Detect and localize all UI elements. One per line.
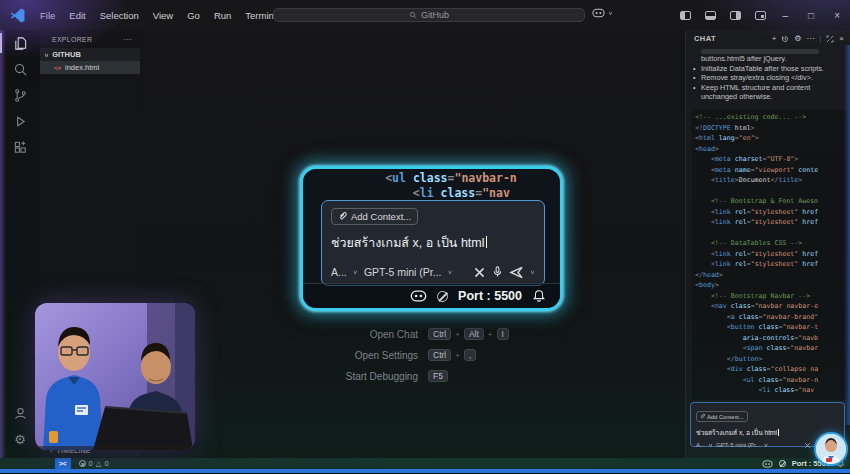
text-caret — [778, 429, 779, 436]
settings-gear-icon[interactable]: ⚙ — [0, 426, 40, 452]
tools-icon[interactable] — [473, 266, 486, 279]
code-line: <link rel="stylesheet" href — [695, 259, 848, 270]
search-label: GitHub — [421, 10, 449, 20]
code-line: <ul class="navbar-n — [695, 375, 848, 386]
model-picker[interactable]: GPT-5 mini (Pr... — [364, 266, 442, 278]
problems-indicator[interactable]: 0 △ 0 — [79, 459, 109, 468]
toggle-secondary-sidebar-icon[interactable] — [730, 11, 741, 20]
code-line: <button class="navbar-t — [695, 322, 848, 333]
menu-selection[interactable]: Selection — [93, 10, 146, 21]
minimize-button[interactable]: – — [773, 10, 799, 21]
magnified-code: <ul class="navbar-n <li class="nav — [309, 171, 556, 203]
run-debug-icon[interactable] — [0, 108, 40, 134]
notifications-bell-icon — [532, 289, 546, 303]
search-sidebar-icon[interactable] — [0, 56, 40, 82]
more-actions-icon[interactable]: ⋯ — [807, 34, 815, 43]
warning-count: 0 — [105, 459, 109, 468]
chat-message-input[interactable]: ช่วยสร้างเกมส์ x, อ เป็น html — [331, 233, 535, 253]
remote-indicator[interactable]: >< — [55, 458, 71, 469]
plus-separator: + — [455, 330, 460, 339]
chevron-down-icon: ∨ — [708, 442, 713, 448]
code-line: <link rel="stylesheet" href — [695, 249, 848, 260]
code-line: <!DOCTYPE html> — [695, 123, 848, 134]
paperclip-icon — [700, 413, 705, 420]
customize-layout-icon[interactable] — [755, 11, 766, 20]
code-line: <ul class="navbar-n — [309, 171, 556, 186]
new-chat-icon[interactable]: + — [772, 34, 777, 43]
errors-icon — [79, 460, 86, 467]
presenter-avatar — [814, 432, 848, 466]
divider: | — [820, 35, 822, 42]
code-line: <meta name="viewport" conte — [695, 165, 848, 176]
send-icon[interactable] — [509, 266, 524, 279]
chevron-down-icon: ∨ — [530, 269, 535, 275]
key-chip: , — [464, 349, 476, 361]
source-control-icon[interactable] — [0, 82, 40, 108]
add-context-label: Add Context... — [707, 414, 744, 420]
chevron-down-icon: ∨ — [353, 269, 358, 275]
chat-panel: CHAT + ⚙ ⋯ | × buttons.html5 after jQuer… — [685, 30, 850, 458]
extensions-icon[interactable] — [0, 134, 40, 160]
open-in-editor-icon[interactable] — [826, 35, 834, 43]
toggle-panel-icon[interactable] — [705, 11, 716, 20]
copilot-status-icon[interactable] — [762, 460, 773, 468]
chat-bullet-item: •Initialize DataTable after those script… — [693, 64, 846, 74]
close-button[interactable]: × — [824, 10, 850, 21]
add-context-button[interactable]: Add Context... — [331, 208, 418, 225]
status-bar: >< 0 △ 0 Port : 5500 — [0, 458, 850, 469]
key-chip: F5 — [428, 370, 448, 382]
copilot-icon — [592, 8, 605, 18]
magnified-chat-input[interactable]: Add Context... ช่วยสร้างเกมส์ x, อ เป็น … — [321, 200, 545, 286]
watermark-shortcut: Start DebuggingF5 — [290, 370, 560, 382]
key-chip: Ctrl — [428, 349, 451, 361]
code-line: aria-controls="navb — [695, 333, 848, 344]
tools-icon[interactable] — [804, 442, 811, 449]
chevron-down-icon: ∨ — [44, 51, 49, 57]
mode-picker[interactable]: A... — [696, 442, 705, 448]
menu-edit[interactable]: Edit — [62, 10, 92, 21]
shortcut-label: Open Settings — [290, 350, 418, 361]
menu-go[interactable]: Go — [180, 10, 207, 21]
search-icon — [409, 11, 417, 19]
chevron-down-icon: ∨ — [608, 10, 613, 16]
account-icon[interactable] — [0, 400, 40, 426]
copilot-menu-button[interactable]: ∨ — [592, 8, 613, 18]
file-label: index.html — [65, 63, 99, 72]
chat-response-bullets: buttons.html5 after jQuery.•Initialize D… — [693, 54, 846, 102]
code-line — [695, 186, 848, 197]
vscode-window: FileEditSelectionViewGoRunTerminalHelp ←… — [0, 0, 850, 474]
magnified-status-strip: Port : 5500 — [303, 283, 560, 308]
add-context-label: Add Context... — [351, 211, 411, 222]
chat-code-block: <!-- ...existing code... --><!DOCTYPE ht… — [692, 110, 848, 400]
copilot-status-icon — [410, 290, 427, 302]
history-icon[interactable] — [781, 35, 789, 43]
text-caret — [486, 236, 487, 249]
mode-picker[interactable]: A... — [331, 266, 347, 278]
code-line: <!-- Bootstrap Navbar --> — [695, 291, 848, 302]
search-input[interactable]: GitHub — [273, 8, 585, 22]
toggle-sidebar-icon[interactable] — [680, 11, 691, 20]
folder-github[interactable]: ∨ GITHUB — [40, 48, 140, 61]
folder-label: GITHUB — [52, 50, 81, 59]
menu-file[interactable]: File — [33, 10, 62, 21]
close-panel-icon[interactable]: × — [839, 34, 844, 43]
chat-settings-gear-icon[interactable]: ⚙ — [794, 34, 801, 43]
file-index-html[interactable]: <> index.html — [40, 61, 140, 74]
add-context-button[interactable]: Add Context... — [696, 411, 748, 422]
presenters-video — [35, 303, 195, 450]
menu-view[interactable]: View — [146, 10, 180, 21]
explorer-icon[interactable] — [0, 30, 40, 56]
warnings-icon: △ — [96, 459, 102, 468]
code-line: <!-- Bootstrap & Font Aweso — [695, 196, 848, 207]
menu-run[interactable]: Run — [207, 10, 238, 21]
plus-separator: + — [455, 351, 460, 360]
code-line: <a class="navbar-brand" — [695, 312, 848, 323]
explorer-actions-icon[interactable]: ⋯ — [124, 35, 132, 44]
model-picker[interactable]: GPT-5 mini (Pr... — [716, 442, 760, 448]
chat-message-input[interactable]: ช่วยสร้างเกมส์ x, อ เป็น html — [696, 427, 839, 438]
maximize-button[interactable]: □ — [798, 10, 824, 21]
shortcut-label: Start Debugging — [290, 371, 418, 382]
mic-icon[interactable] — [492, 265, 503, 279]
key-chip: Alt — [464, 328, 484, 340]
plus-separator: + — [488, 330, 493, 339]
